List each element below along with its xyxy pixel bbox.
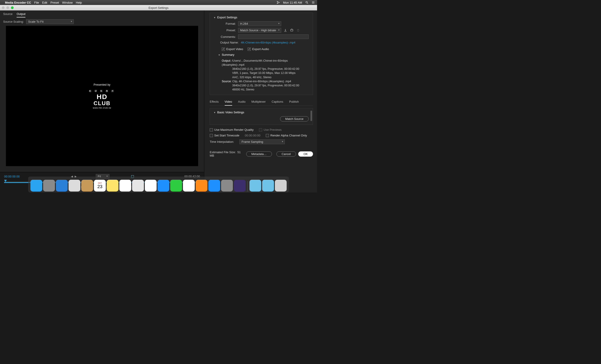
dock-applications[interactable] [250, 180, 261, 192]
export-audio-checkbox[interactable]: Export Audio [248, 47, 269, 51]
dock-app-safari[interactable] [56, 180, 68, 192]
metadata-button[interactable]: Metadata… [246, 151, 272, 157]
max-render-quality-checkbox[interactable]: Use Maximum Render Quality [210, 128, 253, 132]
app-menu[interactable]: Media Encoder CC [5, 1, 31, 4]
macos-menubar: Media Encoder CC File Edit Preset Window… [0, 0, 317, 5]
export-settings-toggle[interactable]: Export Settings [214, 16, 309, 19]
tab-video[interactable]: Video [225, 100, 232, 106]
tab-audio[interactable]: Audio [238, 100, 246, 106]
match-source-button[interactable]: Match Source [280, 116, 309, 122]
import-preset-icon[interactable] [289, 28, 294, 32]
tab-publish[interactable]: Publish [289, 100, 299, 106]
save-preset-icon[interactable] [283, 28, 288, 32]
dock-app-mediaencoder[interactable] [234, 180, 246, 192]
render-alpha-checkbox[interactable]: Render Alpha Channel Only [266, 134, 307, 137]
ok-button[interactable]: OK [298, 151, 313, 157]
summary-toggle[interactable]: Summary [219, 53, 309, 57]
output-name-link[interactable]: 4K-Chimei-inn-60mbps (4ksamples)-.mp4 [241, 41, 296, 44]
dock-app-finder[interactable] [30, 180, 42, 192]
svg-point-0 [306, 1, 307, 3]
window-titlebar: Export Settings [0, 5, 317, 10]
svg-rect-6 [290, 29, 293, 31]
dock-app-notes[interactable] [107, 180, 119, 192]
scrollbar[interactable] [311, 111, 312, 121]
preview-line1: 精 研 視 務 所 [89, 89, 115, 93]
menu-help[interactable]: Help [76, 1, 82, 4]
summary-body: Output: /Users/…Documents/4K-Chimei-inn-… [214, 59, 309, 92]
menubar-clock[interactable]: Mon 11:45 AM [283, 1, 302, 4]
dock-app-appstore[interactable] [208, 180, 220, 192]
spotlight-icon[interactable] [305, 1, 309, 4]
notification-center-icon[interactable] [312, 1, 315, 4]
basic-video-toggle[interactable]: Basic Video Settings [214, 111, 309, 114]
dock-app-facetime[interactable] [170, 180, 182, 192]
window-title: Export Settings [14, 6, 303, 10]
dock-app-systemprefs[interactable] [221, 180, 233, 192]
menu-preset[interactable]: Preset [50, 1, 59, 4]
video-preview: Presented by 精 研 視 務 所 HD CLUB www.HD.Cl… [6, 26, 198, 166]
dock-app-reminders[interactable] [119, 180, 131, 192]
settings-tabs: Effects Video Audio Multiplexer Captions… [210, 98, 313, 106]
status-icon[interactable] [277, 1, 280, 4]
preset-label: Preset: [214, 29, 236, 32]
comments-input[interactable] [238, 34, 309, 39]
dock-app-mail[interactable] [69, 180, 80, 192]
chevron-down-icon [214, 16, 215, 19]
menu-file[interactable]: File [34, 1, 39, 4]
tab-source[interactable]: Source [3, 12, 12, 18]
dock-app-photos[interactable] [145, 180, 157, 192]
dock-app-ibooks[interactable] [196, 180, 207, 192]
chevron-down-icon [214, 111, 215, 114]
tab-effects[interactable]: Effects [210, 100, 219, 106]
tab-multiplexer[interactable]: Multiplexer [251, 100, 266, 106]
dock-app-launchpad[interactable] [43, 180, 55, 192]
zoom-window-button[interactable] [11, 6, 14, 9]
time-interpolation-label: Time Interpolation: [210, 140, 234, 144]
chevron-down-icon [219, 53, 220, 57]
export-settings-section: Export Settings Format: H.264 Preset: Ma… [210, 13, 313, 95]
preview-url: www.HD.Club.tw [89, 107, 115, 109]
playhead[interactable] [4, 180, 7, 182]
dock-app-contacts[interactable] [81, 180, 93, 192]
menu-window[interactable]: Window [62, 1, 73, 4]
tab-captions[interactable]: Captions [272, 100, 283, 106]
delete-preset-icon [296, 28, 300, 32]
cancel-button[interactable]: Cancel [276, 151, 296, 157]
export-video-checkbox[interactable]: Export Video [222, 47, 243, 51]
format-label: Format: [214, 22, 236, 25]
estimated-file-size: Estimated File Size: 51 MB [210, 151, 244, 157]
dock-trash[interactable] [275, 180, 287, 192]
source-scaling-label: Source Scaling: [3, 20, 24, 23]
dock: OCT23 [28, 177, 289, 192]
format-dropdown[interactable]: H.264 [238, 21, 281, 26]
output-name-label: Output Name: [214, 41, 239, 44]
source-scaling-dropdown[interactable]: Scale To Fit [26, 19, 74, 24]
dock-downloads[interactable] [262, 180, 274, 192]
comments-label: Comments: [214, 35, 236, 38]
video-settings-panel: Basic Video Settings Match Source [210, 108, 313, 125]
preset-dropdown[interactable]: Match Source - High bitrate [238, 28, 281, 33]
minimize-window-button[interactable] [6, 6, 9, 9]
preview-tabs: Source Output [0, 10, 204, 18]
dock-app-messages[interactable] [158, 180, 169, 192]
start-timecode-value: 00:00:00:00 [245, 134, 260, 137]
svg-line-1 [307, 3, 308, 4]
use-previews-checkbox: Use Previews [259, 128, 281, 132]
preview-presented-by: Presented by [89, 83, 115, 86]
dock-app-maps[interactable] [132, 180, 144, 192]
in-timecode[interactable]: 00:00:00:00 [4, 175, 20, 178]
close-window-button[interactable] [2, 6, 5, 9]
set-start-timecode-checkbox[interactable]: Set Start Timecode [210, 134, 240, 137]
dock-app-calendar[interactable]: OCT23 [94, 180, 106, 192]
time-interpolation-dropdown[interactable]: Frame Sampling [240, 139, 285, 144]
tab-output[interactable]: Output [17, 12, 25, 18]
preview-logo: HD CLUB [89, 94, 115, 106]
dock-app-itunes[interactable] [183, 180, 195, 192]
menu-edit[interactable]: Edit [42, 1, 47, 4]
